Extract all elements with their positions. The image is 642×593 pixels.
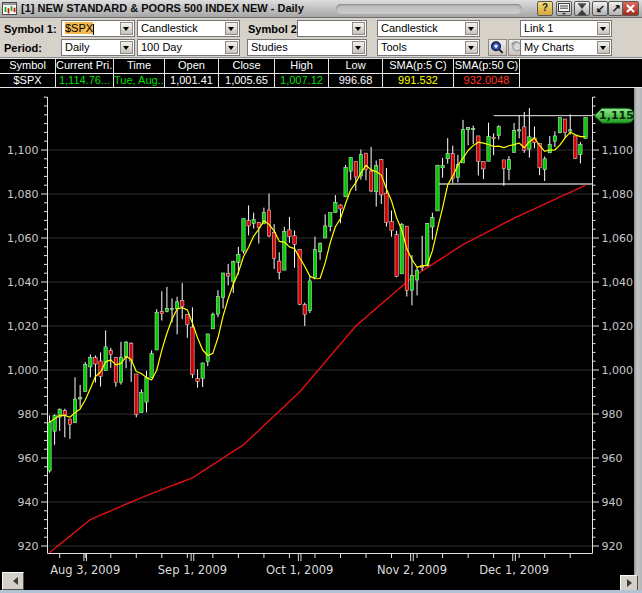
tools-value: Tools	[381, 41, 464, 54]
sma5-line	[50, 132, 586, 422]
symbol2-label: Symbol 2:	[248, 23, 301, 35]
symbol1-label: Symbol 1:	[4, 23, 57, 35]
quote-table-value-row: $SPX1,114.76...Tue, Aug...1,001.411,005.…	[0, 74, 520, 88]
chevron-down-icon	[600, 46, 606, 53]
svg-text:1,080: 1,080	[7, 188, 39, 201]
symbol1-combo[interactable]: $SPX	[61, 20, 135, 37]
price-tag: 1,115	[594, 108, 634, 123]
arrow-down-left-icon: ↙	[595, 2, 604, 14]
close-button[interactable]	[622, 1, 639, 16]
hourglass-icon	[576, 3, 588, 15]
quote-header-7: SMA(p:5 C)	[383, 59, 454, 73]
svg-text:1,080: 1,080	[602, 188, 634, 201]
svg-text:1,060: 1,060	[602, 232, 634, 245]
toolbar: Symbol 1: $SPX Candlestick Symbol 2: Can…	[0, 18, 642, 58]
svg-text:1,115: 1,115	[599, 109, 634, 122]
combo-dropdown-button[interactable]	[597, 41, 610, 54]
quote-value-5: 1,007.12	[275, 74, 329, 88]
svg-text:1,020: 1,020	[602, 320, 634, 333]
range-combo[interactable]: 100 Day	[137, 39, 240, 56]
window-right-border[interactable]	[634, 88, 642, 593]
chevron-down-icon	[228, 46, 234, 53]
quote-value-1: 1,114.76...	[56, 74, 114, 88]
chevron-down-icon	[600, 27, 606, 34]
svg-text:Nov 2, 2009: Nov 2, 2009	[377, 563, 447, 577]
combo-dropdown-button[interactable]	[120, 41, 133, 54]
quote-table: SymbolCurrent Pri...TimeOpenCloseHighLow…	[0, 58, 642, 88]
chart-style2-combo[interactable]: Candlestick	[377, 20, 480, 37]
svg-text:1,000: 1,000	[602, 364, 634, 377]
svg-text:940: 940	[18, 496, 39, 509]
restore-button[interactable]: ↙	[592, 1, 608, 16]
svg-text:920: 920	[602, 540, 623, 553]
combo-dropdown-button[interactable]	[225, 41, 238, 54]
my-charts-value: My Charts	[524, 41, 596, 54]
properties-icon	[558, 3, 570, 15]
svg-text:960: 960	[602, 452, 623, 465]
combo-dropdown-button[interactable]	[352, 22, 365, 35]
title-bar[interactable]: [1] NEW STANDARD & POORS 500 INDEX NEW -…	[0, 0, 642, 18]
quote-header-6: Low	[329, 59, 383, 73]
chart-style1-combo[interactable]: Candlestick	[137, 20, 240, 37]
chevron-down-icon	[228, 27, 234, 34]
my-charts-combo[interactable]: My Charts	[520, 39, 612, 56]
quote-header-8: SMA(p:50 C)	[454, 59, 520, 73]
svg-text:960: 960	[18, 452, 39, 465]
zoom-in-button[interactable]	[488, 39, 507, 56]
quote-header-3: Open	[165, 59, 219, 73]
price-chart[interactable]: 9209209409409609609809801,0001,0001,0201…	[0, 88, 642, 593]
quote-value-2: Tue, Aug...	[114, 74, 165, 88]
quote-value-0: $SPX	[0, 74, 56, 88]
svg-text:1,020: 1,020	[7, 320, 39, 333]
studies-value: Studies	[251, 41, 351, 54]
period-combo[interactable]: Daily	[61, 39, 135, 56]
combo-dropdown-button[interactable]	[225, 22, 238, 35]
combo-dropdown-button[interactable]	[465, 22, 478, 35]
svg-text:1,000: 1,000	[7, 364, 39, 377]
combo-dropdown-button[interactable]	[465, 41, 478, 54]
chart-style2-value: Candlestick	[381, 22, 464, 35]
title-grip	[336, 4, 522, 14]
arrow-up-right-icon: ↗	[611, 2, 620, 14]
combo-dropdown-button[interactable]	[120, 22, 133, 35]
svg-text:Aug 3, 2009: Aug 3, 2009	[50, 563, 120, 577]
chart-style1-value: Candlestick	[141, 22, 224, 35]
chevron-down-icon	[355, 46, 361, 53]
svg-text:940: 940	[602, 496, 623, 509]
combo-dropdown-button[interactable]	[597, 22, 610, 35]
help-button[interactable]: ?	[537, 1, 553, 16]
period-label: Period:	[4, 42, 42, 54]
svg-text:1,100: 1,100	[7, 144, 39, 157]
quote-header-2: Time	[114, 59, 165, 73]
delayed-data-button[interactable]	[574, 1, 590, 16]
svg-text:1,100: 1,100	[602, 144, 634, 157]
triangle-left-icon	[9, 577, 18, 585]
svg-text:1,060: 1,060	[7, 232, 39, 245]
quote-header-1: Current Pri...	[56, 59, 114, 73]
svg-text:Oct 1, 2009: Oct 1, 2009	[266, 563, 333, 577]
quote-header-4: Close	[219, 59, 275, 73]
quote-value-6: 996.68	[329, 74, 383, 88]
charting-app-window: { "window": { "title": "[1] NEW STANDARD…	[0, 0, 642, 593]
triangle-right-icon	[627, 579, 636, 587]
tools-combo[interactable]: Tools	[377, 39, 480, 56]
candles-layer	[48, 108, 587, 473]
combo-dropdown-button[interactable]	[352, 41, 365, 54]
sma50-line	[50, 185, 586, 552]
x-axis-labels: Aug 3, 2009Sep 1, 2009Oct 1, 2009Nov 2, …	[50, 554, 570, 577]
quote-value-7: 991.532	[383, 74, 454, 88]
link-combo[interactable]: Link 1	[520, 20, 612, 37]
scroll-left-button[interactable]	[2, 572, 24, 590]
scroll-right-button[interactable]	[620, 575, 638, 591]
magnifier-plus-icon	[489, 40, 506, 55]
svg-text:Sep 1, 2009: Sep 1, 2009	[158, 563, 227, 577]
symbol2-combo[interactable]	[297, 20, 367, 37]
properties-button[interactable]	[556, 1, 572, 16]
chevron-down-icon	[468, 27, 474, 34]
close-icon	[625, 3, 636, 14]
quote-table-header-row: SymbolCurrent Pri...TimeOpenCloseHighLow…	[0, 59, 520, 74]
svg-text:Dec 1, 2009: Dec 1, 2009	[479, 563, 549, 577]
quote-value-4: 1,005.65	[219, 74, 275, 88]
studies-combo[interactable]: Studies	[247, 39, 367, 56]
window-title: [1] NEW STANDARD & POORS 500 INDEX NEW -…	[21, 2, 304, 14]
